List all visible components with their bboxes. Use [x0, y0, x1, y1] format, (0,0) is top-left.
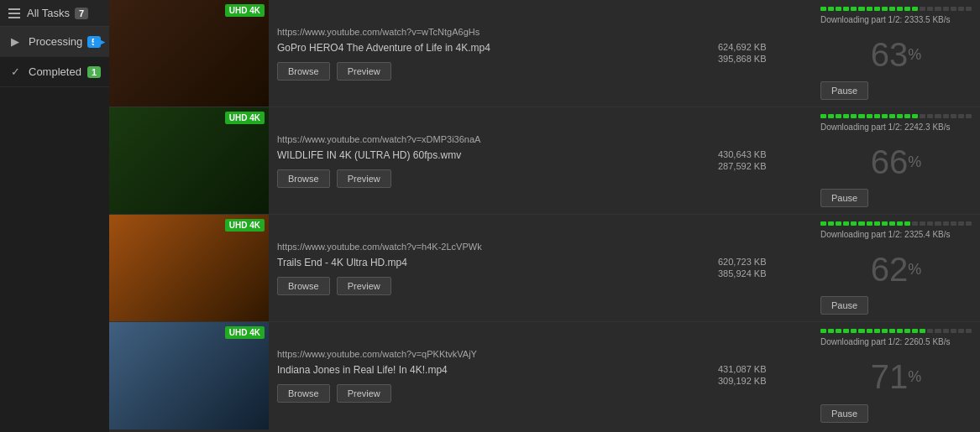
progress-segment-14 [927, 7, 933, 11]
progress-percent: 71% [820, 350, 972, 404]
all-tasks-nav[interactable]: All Tasks 7 [27, 7, 88, 19]
browse-button[interactable]: Browse [277, 169, 330, 188]
progress-segment-8 [882, 221, 888, 226]
progress-segments [820, 7, 972, 11]
progress-segment-15 [935, 221, 941, 226]
progress-segment-16 [943, 221, 949, 226]
progress-segment-3 [843, 114, 849, 118]
progress-segment-13 [920, 221, 925, 226]
progress-segment-1 [828, 114, 834, 118]
progress-segment-16 [943, 114, 949, 118]
progress-segment-4 [851, 7, 857, 11]
progress-segment-16 [943, 7, 949, 11]
progress-segment-2 [836, 7, 841, 11]
task-progress: Downloading part 1/2: 2325.4 KB/s 62% Pa… [812, 215, 980, 321]
preview-button[interactable]: Preview [337, 277, 391, 295]
progress-segment-10 [897, 114, 903, 118]
pause-button[interactable]: Pause [820, 296, 868, 315]
completed-label: Completed [29, 65, 87, 78]
progress-segment-14 [927, 221, 933, 226]
percent-symbol: % [908, 46, 921, 64]
progress-segment-6 [867, 114, 873, 118]
progress-segment-17 [951, 221, 956, 226]
progress-segment-18 [958, 7, 964, 11]
completed-icon: ✓ [8, 65, 22, 78]
pause-button[interactable]: Pause [820, 189, 868, 207]
progress-segment-0 [820, 221, 826, 226]
preview-button[interactable]: Preview [337, 169, 391, 188]
progress-percent: 63% [820, 28, 972, 81]
task-sizes: 624,692 KB 395,868 KB [711, 0, 812, 107]
uhd-badge: UHD 4K [225, 326, 265, 339]
progress-segment-1 [828, 221, 834, 226]
progress-segment-2 [836, 221, 841, 226]
browse-button[interactable]: Browse [277, 384, 330, 403]
pause-button[interactable]: Pause [820, 404, 868, 423]
progress-segment-2 [836, 114, 841, 118]
progress-segment-3 [843, 329, 849, 333]
task-sizes: 620,723 KB 385,924 KB [711, 215, 812, 321]
progress-status: Downloading part 1/2: 2242.3 KB/s [820, 122, 972, 132]
progress-segment-14 [927, 329, 933, 333]
preview-button[interactable]: Preview [337, 62, 391, 81]
browse-button[interactable]: Browse [277, 62, 330, 81]
thumbnail: UHD 4K [109, 107, 269, 214]
preview-button[interactable]: Preview [337, 384, 391, 403]
size-done: 395,868 KB [718, 54, 805, 64]
processing-arrow-icon: ▶ [94, 34, 104, 49]
progress-segment-18 [958, 329, 964, 333]
progress-segment-8 [882, 329, 888, 333]
progress-segment-13 [920, 114, 925, 118]
task-actions: Browse Preview [277, 62, 703, 81]
thumbnail: UHD 4K [109, 322, 269, 429]
task-row: UHD 4K https://www.youtube.com/watch?v=h… [109, 215, 980, 322]
progress-segment-15 [935, 114, 941, 118]
size-total: 624,692 KB [718, 42, 805, 52]
progress-segment-9 [889, 114, 895, 118]
progress-segment-10 [897, 329, 903, 333]
browse-button[interactable]: Browse [277, 277, 330, 295]
progress-segments [820, 114, 972, 118]
progress-segment-10 [897, 7, 903, 11]
task-filename: Indiana Jones in Real Life! In 4K!.mp4 [277, 364, 703, 376]
task-url: https://www.youtube.com/watch?v=qPKKtvkV… [277, 349, 703, 359]
task-progress: Downloading part 1/2: 2333.5 KB/s 63% Pa… [812, 0, 980, 107]
progress-percent: 62% [820, 242, 972, 296]
progress-segment-4 [851, 114, 857, 118]
progress-segment-17 [951, 114, 956, 118]
progress-segment-19 [966, 329, 972, 333]
progress-segment-11 [904, 114, 910, 118]
size-total: 431,087 KB [718, 364, 805, 374]
size-done: 287,592 KB [718, 161, 805, 171]
all-tasks-badge: 7 [75, 8, 88, 19]
thumbnail: UHD 4K [109, 215, 269, 321]
progress-segment-15 [935, 7, 941, 11]
sidebar-item-completed[interactable]: ✓ Completed 1 [0, 57, 109, 87]
progress-segment-0 [820, 7, 826, 11]
progress-segment-19 [966, 7, 972, 11]
uhd-badge: UHD 4K [225, 4, 265, 17]
progress-segment-8 [882, 7, 888, 11]
progress-segment-15 [935, 329, 941, 333]
progress-segment-7 [874, 114, 880, 118]
progress-segments [820, 221, 972, 226]
menu-icon[interactable] [8, 8, 20, 18]
progress-segment-7 [874, 7, 880, 11]
task-sizes: 430,643 KB 287,592 KB [711, 107, 812, 214]
progress-segment-18 [958, 221, 964, 226]
processing-icon: ▶ [8, 35, 22, 48]
uhd-badge: UHD 4K [225, 219, 265, 232]
progress-segment-11 [904, 329, 910, 333]
completed-badge: 1 [87, 66, 101, 78]
task-list: UHD 4K https://www.youtube.com/watch?v=w… [109, 0, 980, 432]
progress-segment-3 [843, 7, 849, 11]
progress-segment-6 [867, 221, 873, 226]
sidebar-item-processing[interactable]: ▶ Processing 5 ▶ [0, 27, 109, 57]
task-filename: Trails End - 4K Ultra HD.mp4 [277, 257, 703, 268]
pause-button[interactable]: Pause [820, 81, 868, 100]
progress-segment-6 [867, 7, 873, 11]
progress-segment-8 [882, 114, 888, 118]
task-info: https://www.youtube.com/watch?v=xDMP3i36… [269, 107, 711, 214]
task-filename: WILDLIFE IN 4K (ULTRA HD) 60fps.wmv [277, 149, 703, 161]
task-row: UHD 4K https://www.youtube.com/watch?v=w… [109, 0, 980, 107]
